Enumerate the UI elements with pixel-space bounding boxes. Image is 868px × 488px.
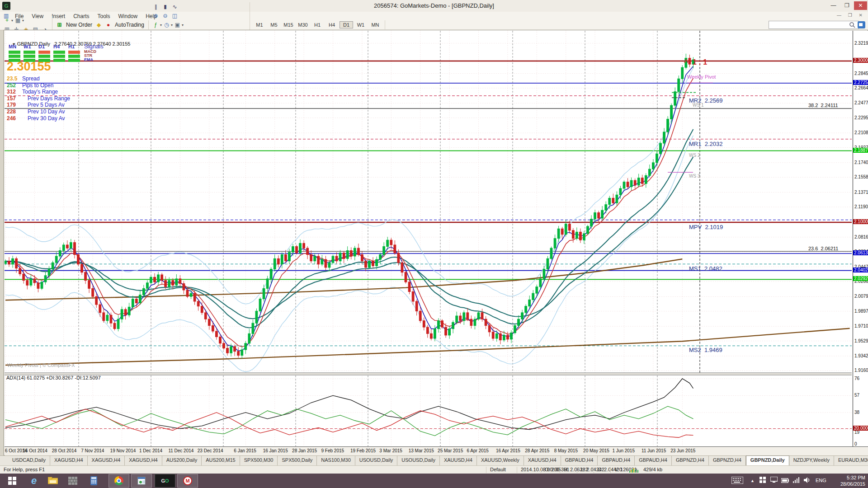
timeframe-H4[interactable]: H4 [325, 21, 339, 28]
touch-keyboard-icon[interactable] [731, 477, 743, 486]
tab-gbpaud-h4[interactable]: GBPAUD,H4 [635, 456, 672, 465]
start-icon[interactable] [5, 475, 19, 487]
chrome-icon[interactable] [108, 474, 129, 488]
tab-nzdjpy-weekly[interactable]: NZDJPY,Weekly [789, 456, 834, 465]
menu-window[interactable]: Window [114, 12, 142, 20]
timeframe-M5[interactable]: M5 [267, 21, 281, 28]
calculator-icon[interactable] [87, 475, 100, 487]
tab-spx500-daily[interactable]: SPX500,Daily [278, 456, 317, 465]
tab-spx500-m30[interactable]: SPX500,M30 [240, 456, 278, 465]
tray-expand-icon[interactable]: ▲ [750, 479, 755, 483]
menu-bar: ▥ FileViewInsertChartsToolsWindowHelp — … [0, 12, 868, 20]
tab-usousd-daily[interactable]: USOUSD,Daily [355, 456, 398, 465]
timeframe-MN[interactable]: MN [368, 21, 382, 28]
zoom-in-icon[interactable]: ⊕ [151, 12, 160, 20]
tab-xauusd-h4[interactable]: XAUUSD,H4 [440, 456, 477, 465]
metaeditor-icon[interactable]: ◆ [94, 21, 103, 29]
metatrader-icon[interactable]: M [177, 474, 198, 488]
date-tick: 28 Apr 2015 [525, 448, 549, 453]
price-tick: 2.24770 [854, 100, 868, 105]
file-explorer-icon[interactable] [46, 475, 60, 487]
toolbar: + ▾▦ ▾▥✛◈▤◔ ⊞ New Order ◆ ● AutoTrading … [0, 20, 868, 30]
tab-usousd-daily[interactable]: USOUSD,Daily [397, 456, 440, 465]
chart-tabs-bar: USDCAD,DailyXAGUSD,H4XAGUSD,H4XAGUSD,H4A… [0, 455, 868, 465]
new-chart-icon-dropdown[interactable]: ▾ [11, 19, 13, 23]
speaker-icon[interactable] [804, 477, 811, 485]
tab-xauusd-h4[interactable]: XAUUSD,H4 [524, 456, 561, 465]
maximize-button[interactable]: ❐ [840, 1, 854, 10]
mql5-community-icon[interactable] [858, 21, 865, 28]
menu-charts[interactable]: Charts [69, 12, 93, 20]
tab-euraud-m30[interactable]: EURAUD,M30 [834, 456, 868, 465]
tile-windows-icon[interactable]: ◫ [170, 12, 179, 20]
tab-xagusd-h4[interactable]: XAGUSD,H4 [88, 456, 125, 465]
signals-col-H1: H1 [68, 44, 75, 49]
zoom-out-icon[interactable]: ⊖ [161, 12, 170, 20]
periods-icon-dropdown[interactable]: ▾ [171, 23, 173, 27]
timeframe-M1[interactable]: M1 [253, 21, 266, 28]
network-signal-icon[interactable] [793, 477, 800, 485]
search-input[interactable] [769, 21, 859, 29]
new-chart-icon[interactable]: + [3, 16, 11, 24]
templates-icon[interactable]: ▣ [173, 21, 182, 29]
timeframe-D1[interactable]: D1 [340, 21, 353, 28]
price-tick: 1.93420 [854, 353, 868, 358]
line-chart-icon[interactable]: ∿ [170, 3, 179, 11]
internet-explorer-icon[interactable]: e [27, 475, 41, 487]
tab-aus200-m15[interactable]: AUS200,M15 [202, 456, 240, 465]
close-button[interactable]: ✕ [854, 1, 867, 10]
tab-gbpaud-h4[interactable]: GBPAUD,H4 [598, 456, 635, 465]
price-badge: 2.10000 [853, 219, 868, 224]
tab-gbpnzd-daily[interactable]: GBPNZD,Daily [746, 455, 789, 465]
adx-tick: 0 [854, 441, 857, 446]
language-indicator[interactable]: ENG [816, 478, 826, 483]
timeframe-H1[interactable]: H1 [311, 21, 324, 28]
search-icon[interactable] [849, 22, 855, 30]
templates-icon-dropdown[interactable]: ▾ [182, 23, 184, 27]
chart-annotation: ^- 1 : 1 [684, 58, 707, 66]
child-window-controls[interactable]: — ❐ ✕ [837, 13, 865, 18]
tab-gbpnzd-h4[interactable]: GBPNZD,H4 [709, 456, 746, 465]
indicators-icon[interactable]: ƒ [151, 21, 160, 29]
tab-gbpnzd-h4[interactable]: GBPNZD,H4 [672, 456, 709, 465]
adx-tick: 19 [854, 430, 859, 435]
price-chart[interactable] [5, 31, 852, 446]
gomarkets-icon[interactable]: GO [155, 474, 175, 488]
indicators-icon-dropdown[interactable]: ▾ [160, 23, 162, 27]
tab-gbpaud-h4[interactable]: GBPAUD,H4 [561, 456, 598, 465]
battery-icon[interactable] [781, 477, 789, 485]
tray-windows-icon[interactable] [760, 477, 766, 485]
bricks-icon[interactable] [66, 475, 80, 487]
tab-xagusd-h4[interactable]: XAGUSD,H4 [125, 456, 162, 465]
minimize-button[interactable]: — [827, 1, 840, 10]
profiles-icon[interactable]: ▦ [14, 16, 22, 24]
tab-xagusd-h4[interactable]: XAGUSD,H4 [50, 456, 88, 465]
scheduler-icon[interactable] [131, 474, 152, 488]
timeframe-M15[interactable]: M15 [282, 21, 295, 28]
tray-clock[interactable]: 5:32 PM 28/06/2015 [840, 474, 865, 487]
chart-watermark: Weekly Pivots | © CompassFX [7, 362, 75, 368]
price-tick: 2.22955 [854, 115, 868, 120]
autotrading-button[interactable]: AutoTrading [113, 22, 146, 28]
tab-xauusd-weekly[interactable]: XAUUSD,Weekly [477, 456, 524, 465]
display-icon[interactable] [770, 477, 778, 485]
signal-cell [68, 51, 80, 54]
timeframe-W1[interactable]: W1 [354, 21, 368, 28]
tab-aus200-daily[interactable]: AUS200,Daily [162, 456, 202, 465]
chart-window: ▼ GBPNZD,Daily 2.27640 2.30759 2.27640 2… [4, 30, 868, 455]
tab-usdcad-daily[interactable]: USDCAD,Daily [8, 456, 50, 465]
signal-cell [9, 51, 20, 54]
timeframe-M30[interactable]: M30 [296, 21, 310, 28]
date-tick: 6 Jan 2015 [234, 448, 256, 453]
periods-icon[interactable]: ◷ [162, 21, 171, 29]
date-axis[interactable]: 6 Oct 201416 Oct 201428 Oct 20147 Nov 20… [5, 446, 868, 455]
menu-tools[interactable]: Tools [94, 12, 114, 20]
profiles-icon-dropdown[interactable]: ▾ [22, 19, 24, 23]
price-axis[interactable]: 2.321952.284552.266402.247702.229552.210… [853, 31, 868, 446]
price-tick: 2.11900 [854, 204, 868, 209]
order-group: ⊞ New Order ◆ ● AutoTrading [52, 20, 149, 29]
bar-chart-icon[interactable]: ∥ [151, 3, 160, 11]
new-order-button[interactable]: New Order [64, 22, 94, 28]
tab-nas100-m30[interactable]: NAS100,M30 [317, 456, 355, 465]
candlestick-chart-icon[interactable]: ▮ [161, 3, 170, 11]
